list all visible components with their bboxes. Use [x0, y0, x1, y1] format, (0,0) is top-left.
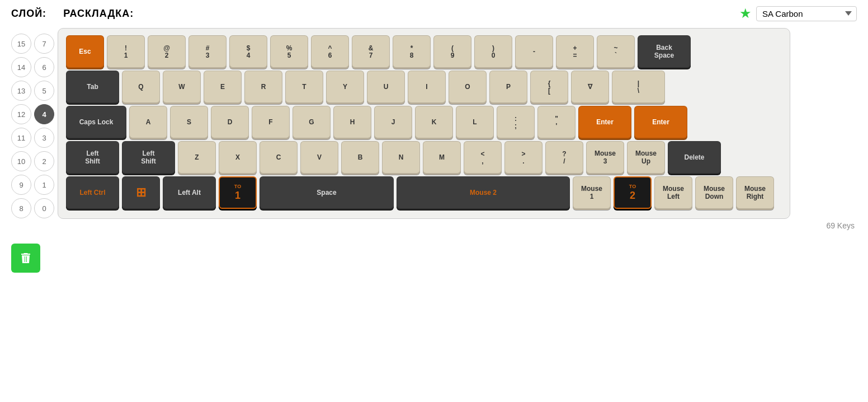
side-num-left[interactable]: 10	[11, 151, 31, 171]
key[interactable]: )0	[474, 35, 512, 68]
header-left: СЛОЙ: РАСКЛАДКА:	[11, 8, 134, 20]
key[interactable]: D	[211, 106, 249, 138]
side-num-left[interactable]: 13	[11, 81, 31, 101]
key[interactable]: X	[219, 141, 257, 174]
side-num-left[interactable]: 11	[11, 128, 31, 148]
key[interactable]: &7	[352, 35, 390, 68]
key[interactable]: +=	[556, 35, 594, 68]
key[interactable]: MouseRight	[736, 176, 774, 209]
key[interactable]: <,	[464, 141, 502, 174]
key[interactable]: Left Ctrl	[66, 176, 119, 209]
key-label: T	[302, 83, 306, 91]
key[interactable]: MouseLeft	[654, 176, 692, 209]
side-num-right[interactable]: 0	[34, 198, 54, 218]
key-label: Z	[195, 153, 199, 161]
key[interactable]: %5	[270, 35, 308, 68]
key-label: U	[384, 83, 389, 91]
key[interactable]: F	[252, 106, 290, 138]
bottom-section	[11, 232, 857, 273]
header-right: ★ SA Carbon	[739, 6, 857, 21]
key[interactable]: T	[285, 71, 323, 103]
key[interactable]: ∇	[571, 71, 609, 103]
key[interactable]: G	[293, 106, 331, 138]
key[interactable]: ^6	[311, 35, 349, 68]
side-num-left[interactable]: 12	[11, 104, 31, 124]
key[interactable]: Left Alt	[163, 176, 216, 209]
key-label-line1: Mouse	[704, 185, 725, 193]
key[interactable]: $4	[229, 35, 267, 68]
key-bot-char: [	[548, 87, 550, 94]
key-bot-char: '	[556, 123, 558, 129]
side-num-left[interactable]: 8	[11, 198, 31, 218]
key[interactable]: (9	[433, 35, 471, 68]
key[interactable]: S	[170, 106, 208, 138]
key[interactable]: Esc	[66, 35, 104, 68]
key[interactable]: A	[129, 106, 167, 138]
side-num-right[interactable]: 7	[34, 34, 54, 54]
key[interactable]: #3	[188, 35, 227, 68]
key[interactable]: *8	[393, 35, 431, 68]
key[interactable]: Delete	[668, 141, 721, 174]
key[interactable]: Enter	[634, 106, 687, 138]
key[interactable]: -	[515, 35, 553, 68]
key[interactable]: :;	[497, 106, 535, 138]
key[interactable]: ~`	[597, 35, 635, 68]
side-num-right[interactable]: 2	[34, 151, 54, 171]
key[interactable]: ⊞	[122, 176, 160, 209]
key[interactable]: TO1	[219, 176, 257, 209]
star-icon[interactable]: ★	[739, 6, 752, 21]
key[interactable]: K	[415, 106, 453, 138]
delete-button[interactable]	[11, 244, 40, 273]
key-top-char: |	[638, 80, 639, 87]
key[interactable]: N	[382, 141, 420, 174]
key[interactable]: LeftShift	[122, 141, 175, 174]
key[interactable]: Enter	[578, 106, 631, 138]
key[interactable]: J	[374, 106, 412, 138]
key[interactable]: Tab	[66, 71, 119, 103]
key[interactable]: Mouse1	[573, 176, 611, 209]
key[interactable]: Mouse3	[586, 141, 624, 174]
key[interactable]: E	[204, 71, 242, 103]
key[interactable]: Caps Lock	[66, 106, 126, 138]
key[interactable]: Mouse 2	[397, 176, 570, 209]
key[interactable]: BackSpace	[638, 35, 691, 68]
key[interactable]: @2	[148, 35, 186, 68]
key[interactable]: Z	[178, 141, 216, 174]
key[interactable]: "'	[537, 106, 575, 138]
key[interactable]: MouseUp	[627, 141, 665, 174]
key[interactable]: B	[341, 141, 379, 174]
key[interactable]: MouseDown	[695, 176, 733, 209]
key[interactable]: Q	[122, 71, 160, 103]
key[interactable]: U	[367, 71, 405, 103]
side-num-right[interactable]: 4	[34, 104, 54, 124]
key[interactable]: P	[489, 71, 527, 103]
key-label: R	[261, 83, 266, 91]
key[interactable]: V	[300, 141, 338, 174]
key[interactable]: C	[260, 141, 298, 174]
side-num-right[interactable]: 6	[34, 57, 54, 77]
side-num-right[interactable]: 5	[34, 81, 54, 101]
key[interactable]: L	[456, 106, 494, 138]
key[interactable]: TO2	[614, 176, 652, 209]
key[interactable]: Y	[326, 71, 364, 103]
key[interactable]: O	[449, 71, 487, 103]
key[interactable]: W	[163, 71, 201, 103]
key[interactable]: H	[333, 106, 371, 138]
key[interactable]: {[	[530, 71, 568, 103]
key[interactable]: |\	[612, 71, 665, 103]
side-num-left[interactable]: 9	[11, 175, 31, 195]
layout-select[interactable]: SA Carbon	[756, 6, 857, 21]
side-num-right[interactable]: 1	[34, 175, 54, 195]
key[interactable]: !1	[107, 35, 145, 68]
key[interactable]: M	[423, 141, 461, 174]
side-num-left[interactable]: 15	[11, 34, 31, 54]
key[interactable]: ?/	[545, 141, 583, 174]
key[interactable]: R	[244, 71, 282, 103]
side-num-right[interactable]: 3	[34, 128, 54, 148]
key[interactable]: LeftShift	[66, 141, 119, 174]
key[interactable]: I	[408, 71, 446, 103]
side-num-left[interactable]: 14	[11, 57, 31, 77]
key[interactable]: Space	[260, 176, 394, 209]
key[interactable]: >.	[504, 141, 542, 174]
layout-label: РАСКЛАДКА:	[63, 8, 134, 20]
